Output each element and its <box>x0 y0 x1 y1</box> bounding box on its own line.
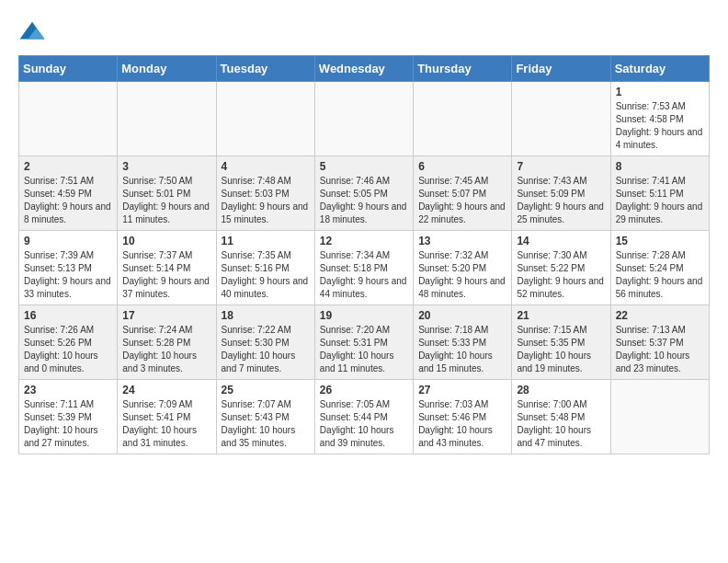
day-number: 17 <box>122 309 210 322</box>
calendar-cell: 6 Sunrise: 7:45 AMSunset: 5:07 PMDayligh… <box>414 156 512 231</box>
day-info: Sunrise: 7:37 AMSunset: 5:14 PMDaylight:… <box>122 249 210 301</box>
day-info: Sunrise: 7:51 AMSunset: 4:59 PMDaylight:… <box>24 175 112 226</box>
column-header-monday: Monday <box>118 56 216 82</box>
day-number: 4 <box>222 160 310 173</box>
calendar-week-2: 2 Sunrise: 7:51 AMSunset: 4:59 PMDayligh… <box>19 156 710 231</box>
calendar-cell: 7 Sunrise: 7:43 AMSunset: 5:09 PMDayligh… <box>512 156 610 231</box>
day-number: 12 <box>320 235 408 247</box>
column-header-sunday: Sunday <box>19 56 118 82</box>
day-number: 7 <box>517 160 605 173</box>
day-number: 19 <box>320 309 408 322</box>
day-info: Sunrise: 7:03 AMSunset: 5:46 PMDaylight:… <box>418 398 506 450</box>
calendar-cell: 2 Sunrise: 7:51 AMSunset: 4:59 PMDayligh… <box>19 156 118 231</box>
calendar-cell: 1 Sunrise: 7:53 AMSunset: 4:58 PMDayligh… <box>610 82 709 156</box>
day-number: 5 <box>320 160 408 173</box>
day-info: Sunrise: 7:05 AMSunset: 5:44 PMDaylight:… <box>320 398 408 450</box>
calendar-cell: 17 Sunrise: 7:24 AMSunset: 5:28 PMDaylig… <box>118 305 216 380</box>
calendar-cell: 27 Sunrise: 7:03 AMSunset: 5:46 PMDaylig… <box>414 380 512 454</box>
day-number: 23 <box>24 384 112 396</box>
day-info: Sunrise: 7:43 AMSunset: 5:09 PMDaylight:… <box>517 175 605 226</box>
logo <box>18 18 50 46</box>
calendar-cell: 12 Sunrise: 7:34 AMSunset: 5:18 PMDaylig… <box>314 231 413 305</box>
day-number: 3 <box>122 160 210 173</box>
day-info: Sunrise: 7:53 AMSunset: 4:58 PMDaylight:… <box>616 100 704 152</box>
calendar-cell <box>314 82 413 156</box>
calendar-cell: 14 Sunrise: 7:30 AMSunset: 5:22 PMDaylig… <box>512 231 610 305</box>
day-number: 11 <box>222 235 310 247</box>
calendar-cell: 16 Sunrise: 7:26 AMSunset: 5:26 PMDaylig… <box>19 305 118 380</box>
day-info: Sunrise: 7:39 AMSunset: 5:13 PMDaylight:… <box>24 249 112 301</box>
calendar-cell: 5 Sunrise: 7:46 AMSunset: 5:05 PMDayligh… <box>314 156 413 231</box>
day-number: 27 <box>418 384 506 396</box>
day-info: Sunrise: 7:35 AMSunset: 5:16 PMDaylight:… <box>222 249 310 301</box>
page-header <box>18 18 710 46</box>
logo-icon <box>18 18 46 46</box>
column-header-thursday: Thursday <box>414 56 512 82</box>
calendar-cell <box>216 82 314 156</box>
calendar-cell <box>512 82 610 156</box>
calendar-cell: 9 Sunrise: 7:39 AMSunset: 5:13 PMDayligh… <box>19 231 118 305</box>
day-number: 13 <box>418 235 506 247</box>
day-number: 24 <box>122 384 210 396</box>
calendar-week-5: 23 Sunrise: 7:11 AMSunset: 5:39 PMDaylig… <box>19 380 710 454</box>
day-info: Sunrise: 7:48 AMSunset: 5:03 PMDaylight:… <box>222 175 310 226</box>
calendar-week-3: 9 Sunrise: 7:39 AMSunset: 5:13 PMDayligh… <box>19 231 710 305</box>
calendar-cell: 21 Sunrise: 7:15 AMSunset: 5:35 PMDaylig… <box>512 305 610 380</box>
column-header-wednesday: Wednesday <box>314 56 413 82</box>
day-number: 2 <box>24 160 112 173</box>
day-number: 28 <box>517 384 605 396</box>
calendar-cell <box>610 380 709 454</box>
day-info: Sunrise: 7:20 AMSunset: 5:31 PMDaylight:… <box>320 324 408 375</box>
calendar-week-1: 1 Sunrise: 7:53 AMSunset: 4:58 PMDayligh… <box>19 82 710 156</box>
calendar-week-4: 16 Sunrise: 7:26 AMSunset: 5:26 PMDaylig… <box>19 305 710 380</box>
day-info: Sunrise: 7:41 AMSunset: 5:11 PMDaylight:… <box>616 175 704 226</box>
calendar-cell: 23 Sunrise: 7:11 AMSunset: 5:39 PMDaylig… <box>19 380 118 454</box>
day-info: Sunrise: 7:26 AMSunset: 5:26 PMDaylight:… <box>24 324 112 375</box>
calendar-cell: 22 Sunrise: 7:13 AMSunset: 5:37 PMDaylig… <box>610 305 709 380</box>
calendar-cell: 13 Sunrise: 7:32 AMSunset: 5:20 PMDaylig… <box>414 231 512 305</box>
calendar-cell: 26 Sunrise: 7:05 AMSunset: 5:44 PMDaylig… <box>314 380 413 454</box>
calendar-cell: 20 Sunrise: 7:18 AMSunset: 5:33 PMDaylig… <box>414 305 512 380</box>
calendar-cell: 4 Sunrise: 7:48 AMSunset: 5:03 PMDayligh… <box>216 156 314 231</box>
calendar-header-row: SundayMondayTuesdayWednesdayThursdayFrid… <box>19 56 710 82</box>
calendar-cell: 25 Sunrise: 7:07 AMSunset: 5:43 PMDaylig… <box>216 380 314 454</box>
day-info: Sunrise: 7:00 AMSunset: 5:48 PMDaylight:… <box>517 398 605 450</box>
day-info: Sunrise: 7:32 AMSunset: 5:20 PMDaylight:… <box>418 249 506 301</box>
day-number: 6 <box>418 160 506 173</box>
day-number: 14 <box>517 235 605 247</box>
day-number: 20 <box>418 309 506 322</box>
day-number: 22 <box>616 309 704 322</box>
day-info: Sunrise: 7:13 AMSunset: 5:37 PMDaylight:… <box>616 324 704 375</box>
day-number: 26 <box>320 384 408 396</box>
day-info: Sunrise: 7:22 AMSunset: 5:30 PMDaylight:… <box>222 324 310 375</box>
day-number: 9 <box>24 235 112 247</box>
day-info: Sunrise: 7:28 AMSunset: 5:24 PMDaylight:… <box>616 249 704 301</box>
day-number: 18 <box>222 309 310 322</box>
column-header-friday: Friday <box>512 56 610 82</box>
day-info: Sunrise: 7:07 AMSunset: 5:43 PMDaylight:… <box>222 398 310 450</box>
day-number: 1 <box>616 86 704 98</box>
day-info: Sunrise: 7:09 AMSunset: 5:41 PMDaylight:… <box>122 398 210 450</box>
day-info: Sunrise: 7:18 AMSunset: 5:33 PMDaylight:… <box>418 324 506 375</box>
calendar-cell: 3 Sunrise: 7:50 AMSunset: 5:01 PMDayligh… <box>118 156 216 231</box>
day-info: Sunrise: 7:50 AMSunset: 5:01 PMDaylight:… <box>122 175 210 226</box>
day-info: Sunrise: 7:24 AMSunset: 5:28 PMDaylight:… <box>122 324 210 375</box>
day-number: 25 <box>222 384 310 396</box>
calendar-cell: 18 Sunrise: 7:22 AMSunset: 5:30 PMDaylig… <box>216 305 314 380</box>
column-header-saturday: Saturday <box>610 56 709 82</box>
calendar-cell <box>414 82 512 156</box>
day-number: 8 <box>616 160 704 173</box>
day-info: Sunrise: 7:46 AMSunset: 5:05 PMDaylight:… <box>320 175 408 226</box>
column-header-tuesday: Tuesday <box>216 56 314 82</box>
day-info: Sunrise: 7:11 AMSunset: 5:39 PMDaylight:… <box>24 398 112 450</box>
day-number: 21 <box>517 309 605 322</box>
calendar-cell <box>118 82 216 156</box>
calendar-cell: 10 Sunrise: 7:37 AMSunset: 5:14 PMDaylig… <box>118 231 216 305</box>
day-info: Sunrise: 7:15 AMSunset: 5:35 PMDaylight:… <box>517 324 605 375</box>
calendar-cell: 28 Sunrise: 7:00 AMSunset: 5:48 PMDaylig… <box>512 380 610 454</box>
day-info: Sunrise: 7:30 AMSunset: 5:22 PMDaylight:… <box>517 249 605 301</box>
day-number: 10 <box>122 235 210 247</box>
day-info: Sunrise: 7:34 AMSunset: 5:18 PMDaylight:… <box>320 249 408 301</box>
calendar: SundayMondayTuesdayWednesdayThursdayFrid… <box>18 55 710 454</box>
day-number: 16 <box>24 309 112 322</box>
